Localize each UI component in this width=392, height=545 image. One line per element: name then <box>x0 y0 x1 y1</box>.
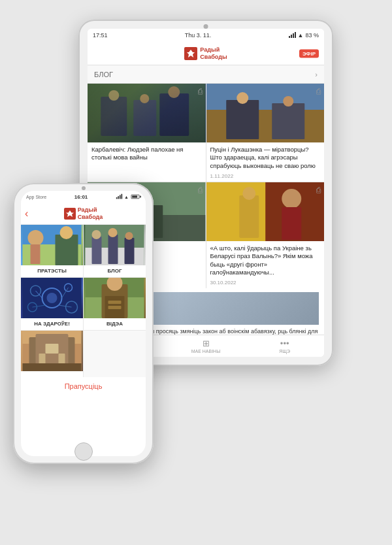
tablet-status-right: ▲ 83 % <box>289 32 319 39</box>
svg-point-23 <box>282 189 301 208</box>
phone-grid-item-blog[interactable]: БЛОГ <box>84 225 146 277</box>
phone-camera <box>82 186 86 190</box>
tablet-news-item-2[interactable]: ⎙ Пуцін і Лукашэнка — міратворцы? Што зд… <box>206 84 325 182</box>
svg-rect-65 <box>46 344 59 354</box>
tablet-live-badge[interactable]: ЭФІР <box>299 49 319 58</box>
blog-image <box>84 225 146 265</box>
tablet-nav-arrow: › <box>315 71 318 78</box>
phone-category-grid: ПРАТЭСТЫ <box>21 225 146 377</box>
svg-point-38 <box>92 230 101 239</box>
svg-rect-2 <box>133 100 156 136</box>
health-image <box>21 278 83 318</box>
tab-naviny-label: МАЕ НАВІНЫ <box>191 349 221 354</box>
phone-status-right: ▲ <box>116 194 140 199</box>
tablet-logo-text: РадыйСвабоды <box>200 46 227 61</box>
tablet-news-item-1[interactable]: ⎙ Карбалевіч: Людзей палохае ня столькі … <box>88 84 206 182</box>
tablet-date: Thu 3. 11. <box>185 32 212 39</box>
blog-label: БЛОГ <box>108 265 122 277</box>
phone-content: ПРАТЭСТЫ <box>21 225 146 395</box>
svg-point-6 <box>168 86 180 98</box>
svg-rect-9 <box>226 100 259 139</box>
svg-point-39 <box>108 228 118 237</box>
phone-logo: РадыйСвабода <box>64 206 103 221</box>
news-date-2: 1.11.2022 <box>206 173 325 182</box>
news-image-4 <box>206 182 325 241</box>
svg-point-12 <box>283 96 293 107</box>
protests-image <box>21 225 83 265</box>
video-image <box>84 278 146 318</box>
svg-rect-57 <box>108 301 122 304</box>
svg-rect-1 <box>101 97 127 136</box>
phone-grid-placeholder <box>84 331 146 377</box>
tab-more-label: ЯЩЭ <box>279 349 290 354</box>
phone-screen: App Store 16:01 ▲ ‹ РадыйСвабода <box>21 191 146 456</box>
svg-point-29 <box>28 230 44 246</box>
svg-point-4 <box>108 90 119 101</box>
svg-rect-31 <box>56 235 78 265</box>
bookmark-icon-3[interactable]: ⎙ <box>198 186 203 195</box>
bookmark-icon-2[interactable]: ⎙ <box>316 87 321 96</box>
phone-app-store: App Store <box>26 195 46 199</box>
svg-point-32 <box>60 226 73 239</box>
svg-rect-24 <box>282 207 301 240</box>
phone-time: 16:01 <box>74 194 88 200</box>
tablet-time: 17:51 <box>93 32 108 39</box>
phone-grid-item-protests[interactable]: ПРАТЭСТЫ <box>21 225 83 277</box>
news-title-1: Карбалевіч: Людзей палохае ня столькі мо… <box>88 142 206 165</box>
phone-status-bar: App Store 16:01 ▲ <box>21 191 146 203</box>
svg-rect-0 <box>88 84 205 142</box>
protests-label: ПРАТЭСТЫ <box>37 265 67 277</box>
svg-point-11 <box>237 92 248 104</box>
svg-rect-37 <box>125 238 135 264</box>
svg-point-40 <box>125 232 133 240</box>
tablet-header: РадыйСвабоды ЭФІР <box>88 42 324 65</box>
phone-battery-icon <box>131 195 140 199</box>
rfe-logo-icon <box>184 47 197 60</box>
tablet-nav[interactable]: БЛОГ › <box>88 65 324 84</box>
phone-grid-item-video[interactable]: ВІДЭА <box>84 278 146 330</box>
phone-signal-icon <box>116 195 122 199</box>
signal-icon <box>289 33 296 38</box>
tablet-nav-label: БЛОГ <box>94 71 315 78</box>
phone-header: ‹ РадыйСвабода <box>21 203 146 225</box>
svg-rect-8 <box>206 110 324 142</box>
phone-logo-text: РадыйСвабода <box>78 206 103 221</box>
svg-point-5 <box>140 94 149 103</box>
phone-skip-button[interactable]: Прапусціць <box>21 377 146 395</box>
news-title-4: «А што, калі ўдарыць па Украіне зь Белар… <box>206 241 325 280</box>
tablet-news-item-4[interactable]: ⎙ «А што, калі ўдарыць па Украіне зь Бел… <box>206 182 325 288</box>
svg-rect-30 <box>31 244 41 264</box>
news-title-2: Пуцін і Лукашэнка — міратворцы? Што здар… <box>206 142 325 173</box>
grid-icon: ⊞ <box>203 339 210 348</box>
phone-device: App Store 16:01 ▲ ‹ РадыйСвабода <box>13 183 154 464</box>
tablet-status-bar: 17:51 Thu 3. 11. ▲ 83 % <box>88 29 324 42</box>
news-date-4: 30.10.2022 <box>206 280 325 288</box>
phone-grid-item-extra[interactable] <box>21 331 83 377</box>
news-image-1 <box>88 84 206 142</box>
tablet-camera <box>204 24 208 29</box>
wifi-icon: ▲ <box>298 32 304 39</box>
phone-wifi-icon: ▲ <box>124 195 129 199</box>
svg-rect-66 <box>23 363 82 371</box>
battery-text: 83 % <box>305 32 319 39</box>
phone-grid-item-health[interactable]: НА ЗДАРОЎЕ! <box>21 278 83 330</box>
svg-rect-36 <box>108 235 118 264</box>
phone-back-button[interactable]: ‹ <box>25 208 28 220</box>
svg-rect-35 <box>92 237 102 264</box>
svg-rect-10 <box>272 103 304 139</box>
bookmark-icon-1[interactable]: ⎙ <box>198 87 203 96</box>
more-icon: ••• <box>280 339 289 348</box>
phone-rfe-logo-icon <box>64 208 76 220</box>
svg-rect-25 <box>239 195 259 238</box>
svg-point-26 <box>242 187 255 200</box>
extra-image <box>21 331 83 371</box>
tab-naviny[interactable]: ⊞ МАЕ НАВІНЫ <box>167 339 246 354</box>
news-image-2 <box>206 84 325 142</box>
svg-rect-3 <box>159 93 189 136</box>
video-label: ВІДЭА <box>106 318 123 330</box>
tab-more[interactable]: ••• ЯЩЭ <box>245 339 324 354</box>
svg-point-43 <box>47 293 57 303</box>
health-label: НА ЗДАРОЎЕ! <box>34 318 70 330</box>
phone-home-button[interactable] <box>74 442 93 461</box>
bookmark-icon-4[interactable]: ⎙ <box>316 186 321 195</box>
